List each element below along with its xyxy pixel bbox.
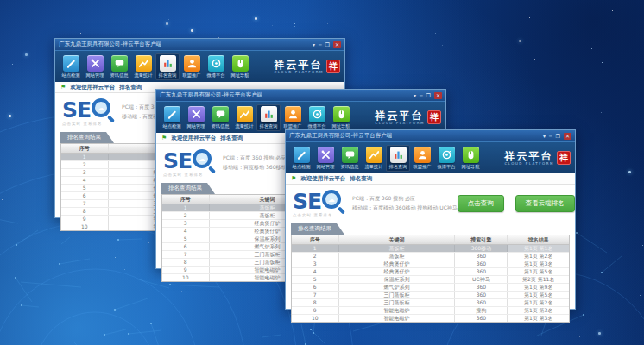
minimize-button[interactable]: ─ [420,92,423,99]
titlebar[interactable]: 广东九鼎王厨具有限公司-祥云平台客户端 ▾ ─ ❐ ✕ [156,90,445,101]
breadcrumb-welcome: 欢迎使用祥云平台 [171,135,216,142]
close-button[interactable]: ✕ [434,92,442,99]
toolbar-item-alliance-promo[interactable]: 联盟推广 [281,104,305,131]
table-row[interactable]: 2蒸饭柜360第1页 第2名 [292,253,569,260]
brand-text: 祥云平台 CLOUD PLATFORM [274,60,324,74]
cell-no: 5 [292,276,339,283]
toolbar-item-weibo-platform[interactable]: 微博平台 [204,53,228,80]
cell-no: 10 [162,274,210,281]
toolbar-item-label: 站点检测 [62,72,80,78]
news-message-icon [111,55,128,72]
toolbar-item-label: 网站管理 [317,164,335,170]
toolbar-item-site-nav[interactable]: 网址导航 [329,104,353,131]
table-row[interactable]: 3经典煲仔炉360第1页 第3名 [292,260,569,268]
toolbar-item-news-message[interactable]: 资讯信息 [107,53,131,80]
cell-no: 9 [61,216,109,223]
toolbar-item-site-nav[interactable]: 网址导航 [458,145,483,172]
cell-no: 9 [292,307,339,314]
cell-engine: 360 [455,299,508,306]
cell-no: 1 [292,245,339,252]
skin-button[interactable]: ▾ [414,92,416,99]
flag-icon: ⚑ [291,176,296,182]
table-header-row: 序号关键词搜索引擎排名结果 [292,235,569,245]
cell-no: 1 [61,154,109,160]
cell-engine: UC神马 [455,276,508,283]
toolbar-item-news-message[interactable]: 资讯信息 [208,104,232,131]
toolbar-item-traffic-stats[interactable]: 流量统计 [362,145,386,172]
app-window: 广东九鼎王厨具有限公司-祥云平台客户端 ▾ ─ ❐ ✕ 站点检测网站管理资讯信息… [285,129,576,310]
cell-keyword: 经典煲仔炉 [339,260,456,267]
toolbar-item-site-nav[interactable]: 网址导航 [228,53,252,80]
results-tab[interactable]: 排名查询结果 [291,223,344,235]
close-button[interactable]: ✕ [564,133,571,140]
toolbar-item-label: 网址导航 [332,123,350,129]
rank-query-icon [160,55,176,72]
table-row[interactable]: 8三门蒸饭柜360第1页 第2名 [292,299,569,307]
toolbar-item-label: 联盟推广 [414,164,432,170]
table-row[interactable]: 1蒸饭柜360移动第1页 第1名 [292,245,569,253]
toolbar-item-traffic-stats[interactable]: 流量统计 [232,104,256,131]
maximize-button[interactable]: ❐ [426,92,431,99]
titlebar[interactable]: 广东九鼎王厨具有限公司-祥云平台客户端 ▾ ─ ❐ ✕ [286,130,575,141]
skin-button[interactable]: ▾ [543,133,546,140]
cell-rank: 第1页 第5名 [508,292,569,298]
close-button[interactable]: ✕ [333,41,341,48]
titlebar[interactable]: 广东九鼎王厨具有限公司-祥云平台客户端 ▾ ─ ❐ ✕ [55,39,344,50]
cell-keyword: 蒸饭柜 [339,245,456,252]
toolbar: 站点检测网站管理资讯信息流量统计排名查询联盟推广微博平台网址导航 祥云平台 CL… [156,101,445,133]
maximize-button[interactable]: ❐ [325,41,330,48]
breadcrumb-page: 排名查询 [119,84,142,91]
window-controls: ▾ ─ ❐ ✕ [543,133,571,140]
magnifier-icon: ☁ [193,149,215,172]
brand-seal-icon: 祥 [326,60,340,73]
weibo-platform-icon [309,106,325,122]
toolbar-item-rank-query[interactable]: 排名查询 [155,53,180,80]
toolbar-item-alliance-promo[interactable]: 联盟推广 [410,145,434,172]
toolbar-item-weibo-platform[interactable]: 微博平台 [305,104,329,131]
breadcrumb-welcome: 欢迎使用祥云平台 [70,84,115,91]
toolbar-item-rank-query[interactable]: 排名查询 [386,145,410,172]
toolbar-item-site-manage[interactable]: 网站管理 [313,145,338,172]
maximize-button[interactable]: ❐ [556,133,560,140]
magnifier-icon: ☁ [92,98,114,121]
table-row[interactable]: 6燃气炉系列360第1页 第9名 [292,284,569,292]
brand-text: 祥云平台 CLOUD PLATFORM [375,110,425,125]
site-nav-icon [463,147,479,163]
cloud-rank-button[interactable]: 查看云端排名 [515,195,575,212]
query-button[interactable]: 点击查询 [458,195,504,212]
toolbar-item-weibo-platform[interactable]: 微博平台 [434,145,458,172]
toolbar-item-rank-query[interactable]: 排名查询 [256,104,281,131]
results-tab[interactable]: 排名查询结果 [60,132,114,143]
table-row[interactable]: 9智能电磁炉搜狗第1页 第3名 [292,307,569,315]
mobile-engines-line: 移动端：百度移动 360移动 搜狗移动 UC神马 [352,204,458,212]
skin-button[interactable]: ▾ [313,41,315,48]
column-header: 搜索引擎 [455,235,508,244]
cell-engine: 360移动 [455,245,508,252]
toolbar-item-site-check[interactable]: 站点检测 [59,53,83,80]
brand-seal-icon: 祥 [427,110,441,124]
toolbar-item-site-manage[interactable]: 网站管理 [184,104,208,131]
cell-no: 5 [162,235,210,242]
cell-no: 3 [292,260,339,267]
table-row[interactable]: 5保温柜系列UC神马第2页 第11名 [292,276,569,284]
minimize-button[interactable]: ─ [319,41,322,48]
table-row[interactable]: 10智能电磁炉360第1页 第3名 [292,315,569,322]
cell-engine: 360 [455,292,508,298]
table-row[interactable]: 7三门蒸饭柜360第1页 第5名 [292,292,569,299]
brand-subtitle: CLOUD PLATFORM [274,70,324,74]
cell-no: 2 [61,161,109,168]
minimize-button[interactable]: ─ [549,133,552,140]
site-manage-icon [188,106,205,122]
table-row[interactable]: 4经典煲仔炉360第1页 第5名 [292,268,569,276]
seo-logo-text: SE [293,191,321,212]
cell-no: 3 [162,220,210,227]
toolbar-item-site-check[interactable]: 站点检测 [160,104,184,131]
toolbar-item-traffic-stats[interactable]: 流量统计 [131,53,155,80]
toolbar-item-site-manage[interactable]: 网站管理 [83,53,107,80]
results-tab[interactable]: 排名查询结果 [161,183,215,194]
toolbar-item-site-check[interactable]: 站点检测 [289,145,313,172]
toolbar-item-news-message[interactable]: 资讯信息 [338,145,362,172]
seo-logo: SE ☁ 点击实时 查看排名 [293,190,344,217]
toolbar-item-alliance-promo[interactable]: 联盟推广 [180,53,204,80]
column-header: 序号 [61,144,109,153]
